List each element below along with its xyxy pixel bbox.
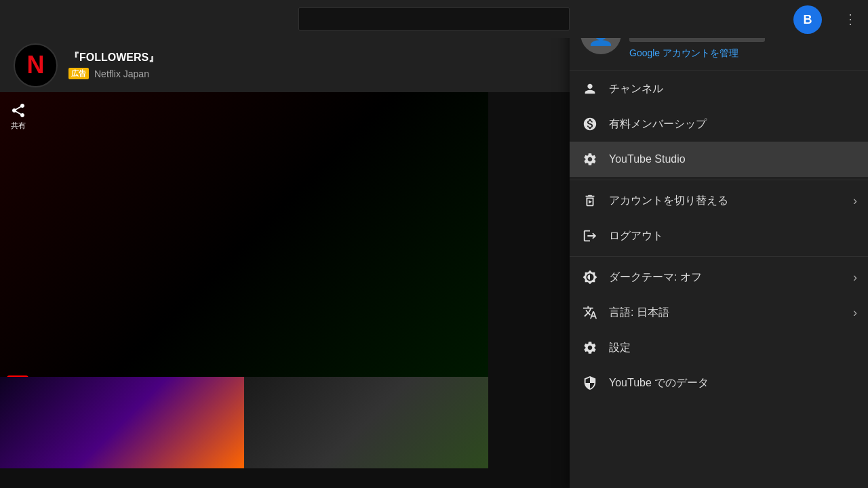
- dark-theme-chevron-icon: ›: [853, 270, 857, 285]
- dark-theme-icon: [580, 268, 599, 287]
- switch-account-chevron-icon: ›: [853, 194, 857, 208]
- menu-item-language[interactable]: 言語: 日本語 ›: [570, 295, 868, 330]
- shield-icon: [580, 373, 599, 392]
- switch-account-label: アカウントを切り替える: [609, 194, 844, 208]
- dollar-icon: [580, 115, 599, 134]
- share-overlay[interactable]: 共有: [8, 100, 28, 131]
- menu-item-settings[interactable]: 設定: [570, 330, 868, 365]
- menu-item-memberships[interactable]: 有料メンバーシップ: [570, 106, 868, 142]
- gear-icon: [580, 150, 599, 169]
- video-area: 共有 YouTube: [0, 92, 488, 397]
- settings-icon: [580, 338, 599, 357]
- logout-label: ログアウト: [609, 229, 857, 243]
- three-dots-button[interactable]: ⋮: [844, 11, 857, 27]
- menu-item-switch-account[interactable]: アカウントを切り替える ›: [570, 183, 868, 218]
- menu-item-youtube-studio[interactable]: YouTube Studio: [570, 142, 868, 177]
- video-content: 共有 YouTube: [0, 92, 488, 397]
- channel-label: チャンネル: [609, 82, 857, 96]
- language-icon: [580, 303, 599, 322]
- language-label: 言語: 日本語: [609, 306, 844, 320]
- menu-item-yt-data[interactable]: YouTube でのデータ: [570, 365, 868, 401]
- netflix-logo: N: [14, 43, 58, 87]
- person-icon: [580, 79, 599, 98]
- menu-item-logout[interactable]: ログアウト: [570, 218, 868, 253]
- manage-account-link[interactable]: Google アカウントを管理: [629, 47, 857, 60]
- divider-2: [570, 256, 868, 257]
- youtube-studio-label: YouTube Studio: [609, 153, 857, 165]
- language-chevron-icon: ›: [853, 306, 857, 320]
- switch-account-icon: [580, 191, 599, 210]
- share-icon: [8, 100, 28, 121]
- thumbnails-row: [0, 377, 488, 468]
- avatar-b-button[interactable]: B: [793, 5, 822, 34]
- search-input[interactable]: [298, 7, 570, 30]
- menu-item-dark-theme[interactable]: ダークテーマ: オフ ›: [570, 260, 868, 295]
- menu-item-channel[interactable]: チャンネル: [570, 71, 868, 106]
- dark-theme-label: ダークテーマ: オフ: [609, 270, 844, 285]
- dropdown-menu: 👤 Google アカウントを管理 チャンネル 有料メンバーシップ: [570, 0, 868, 488]
- advertiser-name: Netflix Japan: [94, 68, 149, 79]
- thumb-1[interactable]: [0, 377, 244, 468]
- logout-icon: [580, 226, 599, 245]
- top-bar: [0, 0, 868, 38]
- divider-1: [570, 180, 868, 180]
- yt-data-label: YouTube でのデータ: [609, 376, 857, 390]
- memberships-label: 有料メンバーシップ: [609, 117, 857, 131]
- menu-items: チャンネル 有料メンバーシップ YouTube Studio アカウントを切り替…: [570, 71, 868, 488]
- avatar-letter: B: [804, 13, 812, 27]
- ad-badge: 広告: [68, 68, 89, 79]
- share-label: 共有: [11, 121, 26, 131]
- settings-label: 設定: [609, 341, 857, 355]
- thumb-2[interactable]: [244, 377, 488, 468]
